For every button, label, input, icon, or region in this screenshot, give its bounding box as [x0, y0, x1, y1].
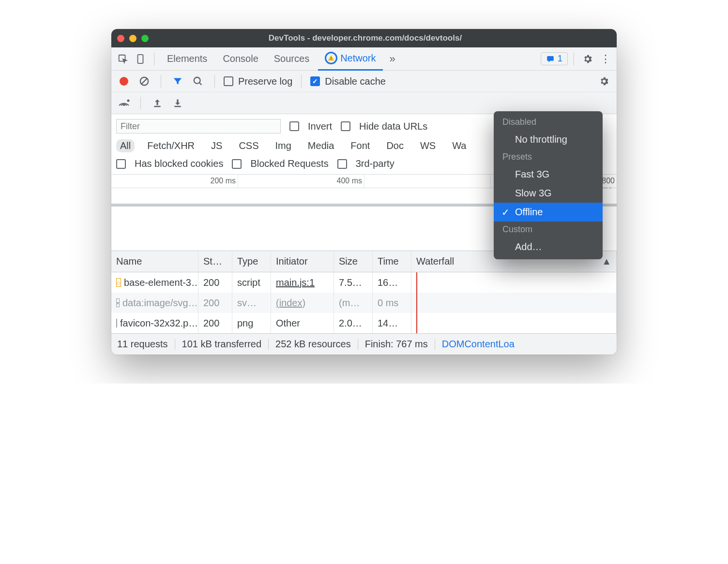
request-name: favicon-32x32.p…	[120, 318, 198, 329]
blocked-cookies-checkbox[interactable]	[116, 159, 126, 169]
third-party-label: 3rd-party	[356, 158, 394, 169]
initiator-link[interactable]: (index)	[276, 297, 305, 309]
type-filter-ws[interactable]: WS	[416, 139, 440, 152]
type-filter-js[interactable]: JS	[207, 139, 226, 152]
type-filter-font[interactable]: Font	[347, 139, 374, 152]
close-button[interactable]	[117, 35, 124, 42]
svg-rect-3	[331, 57, 331, 59]
type-filter-media[interactable]: Media	[304, 139, 338, 152]
footer-transferred: 101 kB transferred	[182, 339, 262, 350]
dd-group-custom: Custom	[494, 222, 603, 237]
initiator-link[interactable]: main.js:1	[276, 277, 315, 288]
svg-point-8	[194, 77, 200, 84]
table-row[interactable]: ◇base-element-3…200scriptmain.js:17.5…16…	[111, 272, 617, 293]
table-row[interactable]: favicon-32x32.p…200pngOther2.0…14…	[111, 313, 617, 333]
kebab-menu-icon[interactable]: ⋮	[597, 51, 613, 67]
invert-label: Invert	[308, 121, 332, 132]
invert-checkbox[interactable]	[289, 121, 299, 131]
request-name: data:image/svg…	[122, 297, 198, 309]
svg-rect-1	[138, 54, 143, 63]
col-status[interactable]: St…	[198, 251, 232, 272]
tab-network[interactable]: Network	[318, 47, 382, 71]
file-icon	[116, 319, 117, 327]
issues-badge[interactable]: 1	[541, 52, 568, 65]
separator	[140, 97, 141, 109]
disable-cache-label: Disable cache	[325, 76, 386, 87]
separator	[214, 75, 215, 88]
throttling-dropdown[interactable]: Disabled No throttling Presets Fast 3G S…	[494, 111, 603, 259]
third-party-checkbox[interactable]	[337, 159, 347, 169]
blocked-requests-label: Blocked Requests	[250, 158, 328, 169]
upload-har-icon[interactable]	[150, 95, 165, 111]
preserve-log-checkbox[interactable]	[224, 76, 233, 86]
request-type: script	[232, 272, 271, 293]
type-filter-img[interactable]: Img	[272, 139, 295, 152]
blocked-requests-checkbox[interactable]	[232, 159, 242, 169]
hide-data-urls-checkbox[interactable]	[341, 121, 350, 131]
tab-console[interactable]: Console	[216, 48, 265, 69]
col-time[interactable]: Time	[373, 251, 411, 272]
minimize-button[interactable]	[129, 35, 136, 42]
filter-input[interactable]	[116, 119, 281, 134]
settings-icon[interactable]	[580, 51, 595, 67]
request-status: 200	[198, 272, 232, 293]
throttling-conditions-icon[interactable]	[116, 95, 132, 111]
network-settings-icon[interactable]	[596, 74, 612, 89]
devtools-window: DevTools - developer.chrome.com/docs/dev…	[111, 29, 617, 355]
footer-dcl: DOMContentLoa	[442, 339, 515, 350]
type-filter-wa[interactable]: Wa	[448, 139, 470, 152]
svg-rect-4	[331, 59, 331, 60]
footer-resources: 252 kB resources	[275, 339, 351, 350]
titlebar: DevTools - developer.chrome.com/docs/dev…	[111, 29, 617, 47]
dd-offline[interactable]: Offline	[494, 203, 603, 222]
network-toolbar-row2	[111, 92, 617, 114]
dd-add[interactable]: Add…	[494, 237, 603, 256]
dd-slow-3g[interactable]: Slow 3G	[494, 184, 603, 203]
tab-elements[interactable]: Elements	[160, 48, 214, 69]
tab-sources[interactable]: Sources	[267, 48, 316, 69]
request-time: 0 ms	[373, 293, 411, 313]
dd-group-presets: Presets	[494, 149, 603, 165]
request-name: base-element-3…	[124, 277, 198, 288]
type-filter-doc[interactable]: Doc	[382, 139, 408, 152]
record-button[interactable]	[116, 74, 132, 89]
dd-group-disabled: Disabled	[494, 114, 603, 130]
search-icon[interactable]	[190, 74, 206, 89]
device-toggle-icon[interactable]	[133, 51, 148, 67]
request-type: png	[232, 313, 271, 333]
inspect-icon[interactable]	[115, 51, 131, 67]
clear-icon[interactable]	[136, 74, 152, 89]
col-initiator[interactable]: Initiator	[271, 251, 334, 272]
type-filter-fetch-xhr[interactable]: Fetch/XHR	[143, 139, 198, 152]
network-table: Name St… Type Initiator Size Time Waterf…	[111, 251, 617, 333]
col-size[interactable]: Size	[334, 251, 373, 272]
svg-file-icon: ▾	[116, 298, 120, 307]
svg-line-9	[199, 83, 202, 85]
dd-no-throttling[interactable]: No throttling	[494, 130, 603, 149]
footer-requests: 11 requests	[117, 339, 168, 350]
svg-rect-5	[547, 56, 554, 61]
download-har-icon[interactable]	[170, 95, 185, 111]
request-size: 2.0…	[334, 313, 373, 333]
request-time: 14…	[373, 313, 411, 333]
type-filter-css[interactable]: CSS	[235, 139, 262, 152]
table-row[interactable]: ▾data:image/svg…200sv…(index)(m…0 ms	[111, 293, 617, 313]
col-name[interactable]: Name	[111, 251, 198, 272]
svg-rect-11	[154, 106, 160, 107]
request-type: sv…	[232, 293, 271, 313]
sort-indicator-icon: ▲	[602, 256, 611, 267]
dd-fast-3g[interactable]: Fast 3G	[494, 165, 603, 184]
separator	[161, 75, 161, 88]
tab-network-label: Network	[340, 53, 376, 64]
hide-data-urls-label: Hide data URLs	[359, 121, 427, 132]
col-type[interactable]: Type	[232, 251, 271, 272]
waterfall-cell	[411, 313, 617, 333]
js-file-icon: ◇	[116, 278, 121, 287]
preserve-log-label: Preserve log	[238, 76, 292, 87]
maximize-button[interactable]	[141, 35, 149, 42]
more-tabs-icon[interactable]: »	[385, 51, 400, 67]
separator	[154, 53, 154, 65]
disable-cache-checkbox[interactable]	[310, 76, 320, 86]
type-filter-all[interactable]: All	[116, 139, 135, 152]
filter-icon[interactable]	[170, 74, 185, 89]
